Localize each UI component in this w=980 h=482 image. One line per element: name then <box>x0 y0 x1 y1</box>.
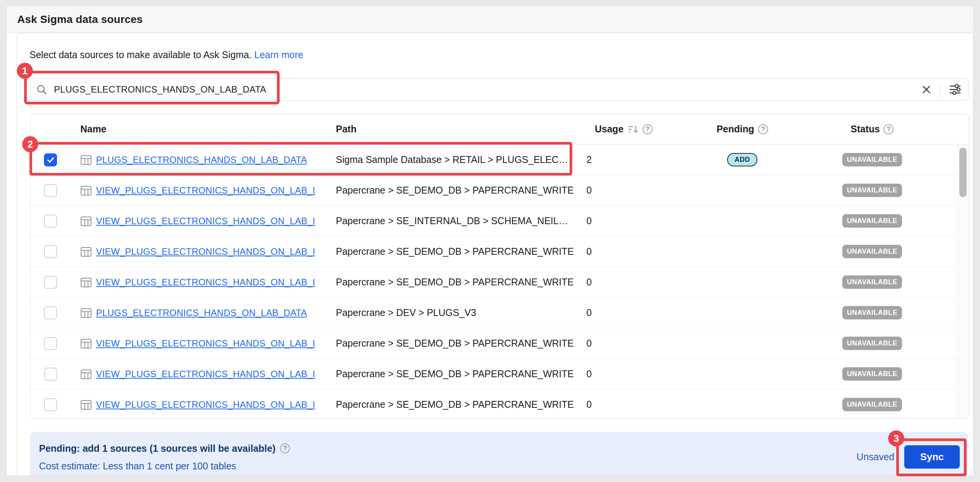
source-path: Papercrane > SE_DEMO_DB > PAPERCRANE_WRI… <box>336 368 586 379</box>
source-path: Papercrane > SE_INTERNAL_DB > SCHEMA_NEI… <box>336 215 586 226</box>
sync-button[interactable]: Sync <box>904 445 960 469</box>
usage-value: 2 <box>586 154 680 165</box>
table-icon <box>80 185 96 196</box>
row-checkbox[interactable] <box>44 337 57 350</box>
status-badge: UNAVAILABLE <box>842 184 902 197</box>
usage-value: 0 <box>586 185 680 196</box>
table-row: VIEW_PLUGS_ELECTRONICS_HANDS_ON_LAB_I Pa… <box>31 206 957 236</box>
table-icon <box>80 215 96 227</box>
pending-help-icon[interactable] <box>758 124 768 134</box>
pending-summary-help-icon[interactable] <box>280 443 290 453</box>
row-checkbox[interactable] <box>44 398 57 411</box>
checkmark-icon <box>46 155 55 164</box>
column-header-status: Status <box>804 124 940 135</box>
source-name-link[interactable]: VIEW_PLUGS_ELECTRONICS_HANDS_ON_LAB_I <box>96 216 336 226</box>
table-icon <box>80 277 96 288</box>
source-path: Papercrane > DEV > PLUGS_V3 <box>336 307 586 318</box>
usage-sort-button[interactable] <box>627 124 639 135</box>
search-icon <box>36 84 47 95</box>
pending-footer: Pending: add 1 sources (1 sources will b… <box>30 432 968 476</box>
sort-descending-icon <box>627 124 639 135</box>
status-badge: UNAVAILABLE <box>842 367 902 381</box>
row-checkbox[interactable] <box>44 215 57 228</box>
usage-value: 0 <box>586 246 680 257</box>
table-icon <box>80 338 96 349</box>
search-bar[interactable]: PLUGS_ELECTRONICS_HANDS_ON_LAB_DATA <box>30 78 969 101</box>
table-icon <box>80 368 96 380</box>
table-row: VIEW_PLUGS_ELECTRONICS_HANDS_ON_LAB_I Pa… <box>31 236 957 267</box>
source-path: Papercrane > SE_DEMO_DB > PAPERCRANE_WRI… <box>336 277 586 288</box>
source-name-link[interactable]: VIEW_PLUGS_ELECTRONICS_HANDS_ON_LAB_I <box>96 369 336 379</box>
filter-button[interactable] <box>949 84 962 95</box>
table-scrollbar[interactable] <box>957 145 969 418</box>
clear-search-button[interactable] <box>921 85 931 94</box>
source-path: Papercrane > SE_DEMO_DB > PAPERCRANE_WRI… <box>336 246 586 257</box>
source-name-link[interactable]: PLUGS_ELECTRONICS_HANDS_ON_LAB_DATA <box>96 308 336 318</box>
table-row: VIEW_PLUGS_ELECTRONICS_HANDS_ON_LAB_I Pa… <box>31 389 957 418</box>
table-body: PLUGS_ELECTRONICS_HANDS_ON_LAB_DATA Sigm… <box>31 145 957 418</box>
page-title: Ask Sigma data sources <box>17 13 143 26</box>
pending-badge: ADD <box>727 153 757 166</box>
column-header-usage: Usage <box>586 124 680 135</box>
column-header-pending: Pending <box>680 124 804 135</box>
table-icon <box>80 399 96 410</box>
data-sources-panel: Select data sources to make available to… <box>16 33 973 476</box>
status-badge: UNAVAILABLE <box>842 153 902 166</box>
search-input[interactable]: PLUGS_ELECTRONICS_HANDS_ON_LAB_DATA <box>54 84 266 95</box>
learn-more-link[interactable]: Learn more <box>254 49 303 60</box>
usage-value: 0 <box>586 338 680 349</box>
settings-card: Ask Sigma data sources Select data sourc… <box>6 6 974 476</box>
sliders-icon <box>949 84 962 95</box>
status-badge: UNAVAILABLE <box>842 337 902 350</box>
row-checkbox[interactable] <box>44 245 57 258</box>
intro-description: Select data sources to make available to… <box>29 49 252 60</box>
status-badge: UNAVAILABLE <box>842 245 902 258</box>
row-checkbox[interactable] <box>44 153 57 166</box>
table-row: VIEW_PLUGS_ELECTRONICS_HANDS_ON_LAB_I Pa… <box>31 328 957 359</box>
source-path: Papercrane > SE_DEMO_DB > PAPERCRANE_WRI… <box>336 338 586 349</box>
unsaved-label: Unsaved <box>856 451 894 462</box>
usage-value: 0 <box>586 215 680 226</box>
table-row: VIEW_PLUGS_ELECTRONICS_HANDS_ON_LAB_I Pa… <box>31 175 957 206</box>
source-path: Sigma Sample Database > RETAIL > PLUGS_E… <box>336 154 586 165</box>
source-name-link[interactable]: PLUGS_ELECTRONICS_HANDS_ON_LAB_DATA <box>96 155 336 165</box>
source-name-link[interactable]: VIEW_PLUGS_ELECTRONICS_HANDS_ON_LAB_I <box>96 338 336 349</box>
source-name-link[interactable]: VIEW_PLUGS_ELECTRONICS_HANDS_ON_LAB_I <box>96 277 336 288</box>
table-row: PLUGS_ELECTRONICS_HANDS_ON_LAB_DATA Sigm… <box>31 145 957 175</box>
table-header: Name Path Usage Pending <box>31 114 969 145</box>
row-checkbox[interactable] <box>44 276 57 289</box>
source-name-link[interactable]: VIEW_PLUGS_ELECTRONICS_HANDS_ON_LAB_I <box>96 185 336 196</box>
status-badge: UNAVAILABLE <box>842 398 902 411</box>
table-icon <box>80 154 96 166</box>
source-name-link[interactable]: VIEW_PLUGS_ELECTRONICS_HANDS_ON_LAB_I <box>96 246 336 257</box>
source-path: Papercrane > SE_DEMO_DB > PAPERCRANE_WRI… <box>336 185 586 196</box>
status-badge: UNAVAILABLE <box>842 275 902 289</box>
table-row: PLUGS_ELECTRONICS_HANDS_ON_LAB_DATA Pape… <box>31 298 957 328</box>
row-checkbox[interactable] <box>44 184 57 197</box>
table-icon <box>80 246 96 257</box>
table-row: VIEW_PLUGS_ELECTRONICS_HANDS_ON_LAB_I Pa… <box>31 359 957 389</box>
pending-summary: Pending: add 1 sources (1 sources will b… <box>39 441 290 456</box>
column-header-name: Name <box>80 124 336 135</box>
table-icon <box>80 307 96 319</box>
usage-help-icon[interactable] <box>643 124 653 134</box>
intro-text: Select data sources to make available to… <box>29 49 303 60</box>
title-bar: Ask Sigma data sources <box>7 6 973 33</box>
status-badge: UNAVAILABLE <box>842 306 902 319</box>
source-path: Papercrane > SE_DEMO_DB > PAPERCRANE_WRI… <box>336 399 586 410</box>
usage-value: 0 <box>586 277 680 288</box>
status-help-icon[interactable] <box>884 124 894 134</box>
usage-value: 0 <box>586 368 680 379</box>
row-checkbox[interactable] <box>44 306 57 319</box>
usage-value: 0 <box>586 307 680 318</box>
row-checkbox[interactable] <box>44 368 57 381</box>
usage-value: 0 <box>586 399 680 410</box>
source-name-link[interactable]: VIEW_PLUGS_ELECTRONICS_HANDS_ON_LAB_I <box>96 399 336 410</box>
status-badge: UNAVAILABLE <box>842 214 902 228</box>
cost-estimate: Cost estimate: Less than 1 cent per 100 … <box>39 459 290 473</box>
search-divider <box>940 83 940 96</box>
scrollbar-thumb[interactable] <box>959 148 967 197</box>
table-row: VIEW_PLUGS_ELECTRONICS_HANDS_ON_LAB_I Pa… <box>31 267 957 298</box>
column-header-path: Path <box>336 124 586 135</box>
data-sources-table: Name Path Usage Pending <box>30 114 969 419</box>
